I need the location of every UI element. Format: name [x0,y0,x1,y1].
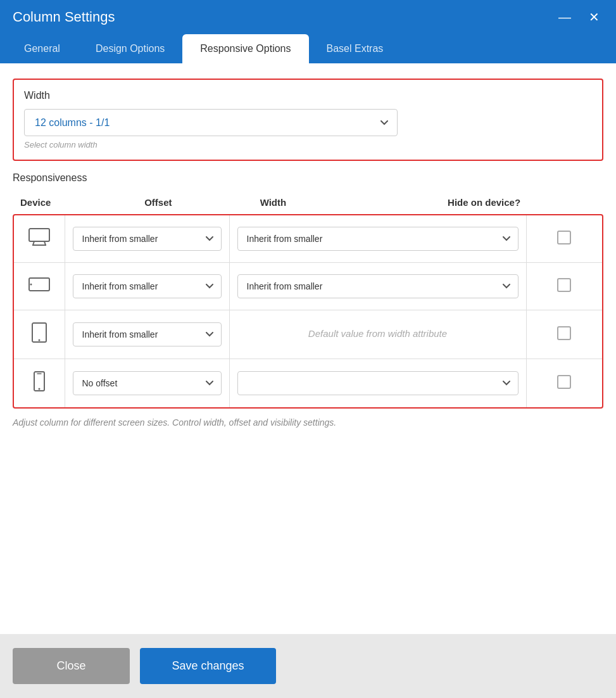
row1-width-select[interactable]: Inherit from smaller 12 columns - 1/1 6 … [237,227,519,251]
svg-point-5 [30,283,32,285]
row4-hide-checkbox[interactable] [557,375,571,389]
tab-responsive-options[interactable]: Responsive Options [182,34,308,63]
responsiveness-headers: Device Offset Width Hide on device? [13,191,603,214]
title-bar: Column Settings — ✕ [0,0,616,34]
responsiveness-table-wrapper: Inherit from smaller No offset 1 column … [13,214,603,409]
svg-rect-0 [29,229,49,241]
row2-width-select[interactable]: Inherit from smaller 12 columns - 1/1 6 … [237,274,519,298]
width-section: Width 12 columns - 1/1 11 columns 10 col… [13,79,603,161]
header-width: Width [253,191,365,214]
svg-rect-4 [29,278,49,291]
tab-basel-extras[interactable]: Basel Extras [309,34,401,63]
width-label: Width [24,90,592,101]
phone-icon [33,371,46,396]
responsiveness-label: Responsiveness [13,172,603,184]
tablet-portrait-icon [31,322,47,347]
table-row: Inherit from smaller No offset 1 column … [14,215,602,263]
table-row: Inherit from smaller No offset 1 column … [14,310,602,359]
svg-point-9 [38,388,40,390]
row4-width-select[interactable]: 12 columns - 1/1 6 columns - 1/2 4 colum… [237,371,519,395]
svg-point-7 [38,339,40,341]
width-select[interactable]: 12 columns - 1/1 11 columns 10 columns 9… [24,109,398,136]
title-bar-controls: — ✕ [555,10,603,25]
table-row: No offset Inherit from smaller 1 column … [14,359,602,407]
minimize-button[interactable]: — [555,10,575,25]
footer: Close Save changes [0,634,616,698]
header-offset: Offset [137,191,253,214]
row1-offset-select[interactable]: Inherit from smaller No offset 1 column … [73,227,222,251]
save-button[interactable]: Save changes [140,648,276,684]
header-hide: Hide on device? [365,191,603,214]
close-button-footer[interactable]: Close [13,648,130,684]
tablet-landscape-icon [28,275,51,298]
adjust-hint: Adjust column for different screen sizes… [13,417,603,428]
row2-offset-select[interactable]: Inherit from smaller No offset 1 column … [73,274,222,298]
tab-general[interactable]: General [6,34,78,63]
row3-width-placeholder: Default value from width attribute [308,328,447,339]
responsiveness-table: Inherit from smaller No offset 1 column … [14,215,602,407]
content-area: Width 12 columns - 1/1 11 columns 10 col… [0,63,616,634]
dialog-column-settings: Column Settings — ✕ General Design Optio… [0,0,616,698]
table-row: Inherit from smaller No offset 1 column … [14,262,602,310]
row1-hide-checkbox[interactable] [557,231,571,244]
monitor-icon [28,227,51,250]
header-device: Device [13,191,137,214]
row3-hide-checkbox[interactable] [557,326,571,340]
row3-offset-select[interactable]: Inherit from smaller No offset 1 column … [73,322,222,346]
row2-hide-checkbox[interactable] [557,278,571,292]
tabs-bar: General Design Options Responsive Option… [0,34,616,63]
dialog-title: Column Settings [13,9,115,25]
close-button[interactable]: ✕ [585,10,603,25]
tab-design-options[interactable]: Design Options [78,34,182,63]
row4-offset-select[interactable]: No offset Inherit from smaller 1 column … [73,371,222,395]
width-hint: Select column width [24,140,592,149]
